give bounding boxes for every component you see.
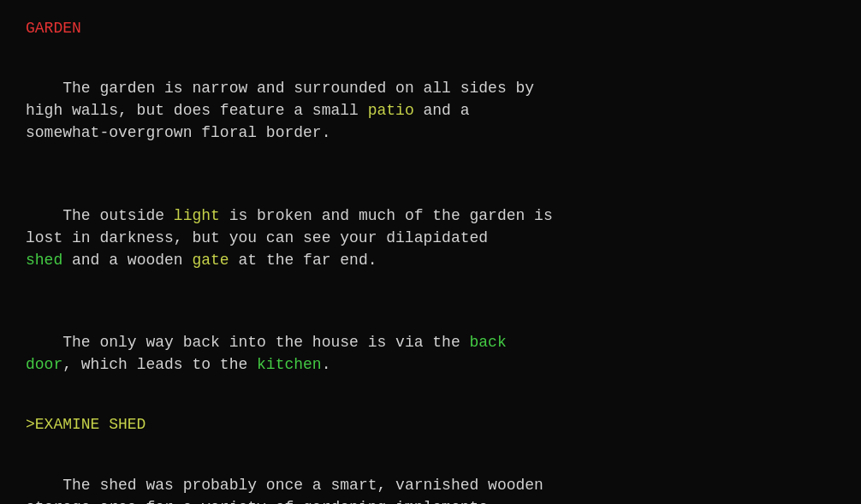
paragraph2-end: at the far end.: [229, 252, 377, 269]
gate-link[interactable]: gate: [192, 252, 229, 269]
room-title-section: GARDEN: [26, 17, 835, 39]
room-title: GARDEN: [26, 20, 81, 37]
paragraph3-middle: , which leads to the: [62, 356, 257, 373]
examine-shed-command: >EXAMINE SHED: [26, 416, 145, 433]
paragraph-2: The outside light is broken and much of …: [26, 182, 835, 294]
paragraph2-before-light: The outside: [62, 207, 174, 224]
paragraph3-end: .: [322, 356, 331, 373]
shed-link[interactable]: shed: [26, 252, 62, 269]
command-section: >EXAMINE SHED: [26, 413, 835, 436]
paragraph3-before-back: The only way back into the house is via …: [62, 334, 469, 351]
shed-desc-1: The shed was probably once a smart, varn…: [26, 452, 835, 505]
paragraph-3: The only way back into the house is via …: [26, 309, 835, 398]
paragraph-1: The garden is narrow and surrounded on a…: [26, 55, 835, 166]
light-link[interactable]: light: [174, 207, 220, 224]
kitchen-link[interactable]: kitchen: [257, 356, 322, 373]
terminal-container: GARDEN The garden is narrow and surround…: [26, 17, 835, 504]
shed-desc-1-text: The shed was probably once a smart, varn…: [26, 477, 543, 504]
patio-link[interactable]: patio: [368, 102, 414, 119]
paragraph2-middle: and a wooden: [62, 252, 192, 269]
